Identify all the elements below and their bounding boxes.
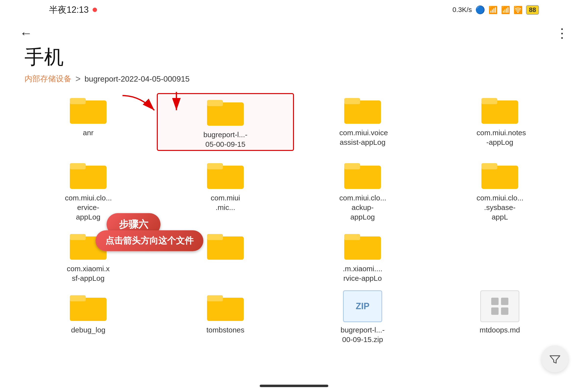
folder-com-miui-notes-label: com.miui.notes-appLog (476, 128, 523, 147)
folder-com-miui-mic[interactable]: com.miui.mic... (157, 158, 294, 222)
svg-rect-27 (207, 295, 223, 301)
folder-com-miui-clo-service[interactable]: com.miui.clo...ervice-appLog (20, 158, 157, 222)
file-bugreport-zip[interactable]: ZIP bugreport-l...-00-09-15.zip (294, 290, 431, 344)
file-grid: anr bugreport-l...-05-00-09-15 com.miui.… (20, 93, 568, 344)
svg-rect-11 (70, 163, 86, 169)
svg-rect-3 (70, 98, 86, 104)
folder-com-miui-voice-label: com.miui.voiceassist-appLog (339, 128, 386, 147)
zip-icon: ZIP (343, 290, 382, 322)
instruction-tooltip: 点击箭头方向这个文件 (96, 230, 203, 251)
folder-bugreport-label: bugreport-l...-05-00-09-15 (203, 130, 248, 149)
page-title: 手机 (24, 44, 64, 70)
file-mtdoops-label: mtdoops.md (480, 325, 520, 335)
folder-com-miui-voice[interactable]: com.miui.voiceassist-appLog (294, 93, 431, 151)
breadcrumb-separator: > (76, 74, 80, 84)
folder-anr[interactable]: anr (20, 93, 157, 151)
folder-com-xiaomi-sf-label: com.xiaomi.xsf-appLog (67, 264, 110, 283)
file-bugreport-zip-label: bugreport-l...-00-09-15.zip (340, 325, 385, 344)
folder-bugreport[interactable]: bugreport-l...-05-00-09-15 (157, 93, 294, 151)
folder-com-miui-clo-sysbase-label: com.miui.clo....sysbase-appL (476, 193, 523, 222)
back-button[interactable]: ← (20, 27, 32, 40)
filter-icon (549, 353, 561, 365)
folder-com-miui-notes[interactable]: com.miui.notes-appLog (431, 93, 568, 151)
folder-m-xiaomi-rvice[interactable]: .m.xiaomi....rvice-appLo (294, 229, 431, 283)
file-mtdoops[interactable]: mtdoops.md (431, 290, 568, 344)
folder-debug-log-label: debug_log (71, 325, 105, 335)
signal-icon-1: 📶 (488, 6, 498, 14)
folder-m-xiaomi-rvice-label: .m.xiaomi....rvice-appLo (343, 264, 382, 283)
folder-debug-log[interactable]: debug_log (20, 290, 157, 344)
folder-com-miui-clo-ackup-label: com.miui.clo...ackup-appLog (339, 193, 386, 222)
home-indicator (260, 385, 328, 387)
svg-rect-5 (207, 100, 223, 106)
svg-rect-15 (344, 163, 360, 169)
svg-rect-21 (207, 234, 223, 240)
folder-com-miui-clo-sysbase[interactable]: com.miui.clo....sysbase-appL (431, 158, 568, 222)
filter-button[interactable] (542, 346, 568, 372)
wifi-icon: 🛜 (514, 6, 522, 14)
md-icon (480, 290, 520, 322)
folder-com-miui-clo-ackup[interactable]: com.miui.clo...ackup-appLog (294, 158, 431, 222)
more-menu-button[interactable]: ⋮ (556, 26, 568, 40)
breadcrumb-parent[interactable]: 内部存储设备 (24, 74, 72, 84)
status-bar: 半夜12:13 0.3K/s 🔵 📶 📶 🛜 88 (0, 0, 588, 20)
folder-anr-label: anr (83, 128, 93, 138)
battery-indicator: 88 (526, 5, 539, 15)
bluetooth-icon: 🔵 (475, 5, 485, 14)
folder-tombstones[interactable]: tombstones (157, 290, 294, 344)
status-right: 0.3K/s 🔵 📶 📶 🛜 88 (452, 5, 539, 15)
app-bar: ← ⋮ (0, 20, 588, 46)
svg-rect-13 (207, 163, 223, 169)
svg-rect-7 (344, 98, 360, 104)
status-dot (92, 8, 97, 12)
svg-rect-19 (70, 234, 86, 240)
folder-com-miui-mic-label: com.miui.mic... (211, 193, 240, 212)
breadcrumb-current: bugreport-2022-04-05-000915 (84, 74, 190, 84)
network-speed: 0.3K/s (452, 6, 472, 14)
folder-com-miui-clo-service-label: com.miui.clo...ervice-appLog (65, 193, 112, 222)
svg-rect-25 (70, 295, 86, 301)
status-time: 半夜12:13 (49, 4, 89, 16)
svg-rect-17 (482, 163, 497, 169)
svg-rect-9 (482, 98, 497, 104)
file-item-empty (431, 229, 568, 283)
breadcrumb: 内部存储设备 > bugreport-2022-04-05-000915 (24, 74, 190, 84)
svg-rect-23 (344, 234, 360, 240)
signal-icon-2: 📶 (501, 6, 510, 14)
folder-tombstones-label: tombstones (206, 325, 244, 335)
